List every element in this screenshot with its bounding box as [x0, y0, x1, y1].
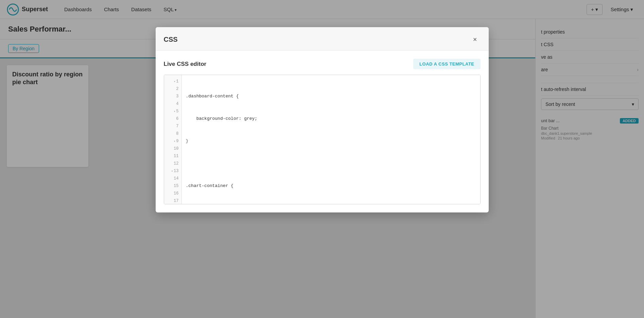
line-num-16: 16	[164, 190, 181, 197]
line-num-12: 12	[164, 160, 181, 167]
line-num-6: 6	[164, 115, 181, 123]
line-num-14: 14	[164, 175, 181, 182]
code-line-5: .chart-container {	[186, 182, 476, 190]
code-line-3: }	[186, 137, 476, 145]
line-num-10: 10	[164, 145, 181, 152]
code-line-4	[186, 160, 476, 167]
line-num-8: 8	[164, 130, 181, 137]
live-css-label: Live CSS editor	[164, 61, 207, 68]
line-num-1: ▾1	[164, 78, 181, 85]
line-num-2: 2	[164, 85, 181, 93]
line-num-9: ▾9	[164, 137, 181, 145]
line-num-13: ▾13	[164, 167, 181, 175]
line-numbers: ▾1 2 3 4 ▾5 6 7 8 ▾9 10 11 12 ▾13 14	[164, 75, 182, 204]
code-line-2: background-color: grey;	[186, 115, 476, 123]
line-num-17: 17	[164, 197, 181, 204]
code-lines: ▾1 2 3 4 ▾5 6 7 8 ▾9 10 11 12 ▾13 14	[164, 75, 480, 204]
line-num-15: 15	[164, 182, 181, 190]
code-content[interactable]: .dashboard-content { background-color: g…	[182, 75, 480, 204]
load-template-button[interactable]: LOAD A CSS TEMPLATE	[413, 59, 480, 69]
modal-close-button[interactable]: ×	[470, 34, 481, 45]
line-num-3: 3	[164, 93, 181, 100]
line-num-11: 11	[164, 152, 181, 160]
code-line-1: .dashboard-content {	[186, 93, 476, 100]
modal-toolbar: Live CSS editor LOAD A CSS TEMPLATE	[164, 59, 481, 69]
modal-body: Live CSS editor LOAD A CSS TEMPLATE ▾1 2…	[156, 51, 489, 212]
line-num-7: 7	[164, 123, 181, 130]
line-num-5: ▾5	[164, 108, 181, 115]
line-num-4: 4	[164, 100, 181, 108]
css-code-editor[interactable]: ▾1 2 3 4 ▾5 6 7 8 ▾9 10 11 12 ▾13 14	[164, 75, 481, 204]
modal-title: CSS	[164, 36, 178, 43]
modal-backdrop: CSS × Live CSS editor LOAD A CSS TEMPLAT…	[0, 0, 644, 318]
css-modal: CSS × Live CSS editor LOAD A CSS TEMPLAT…	[156, 27, 489, 212]
modal-header: CSS ×	[156, 27, 489, 51]
